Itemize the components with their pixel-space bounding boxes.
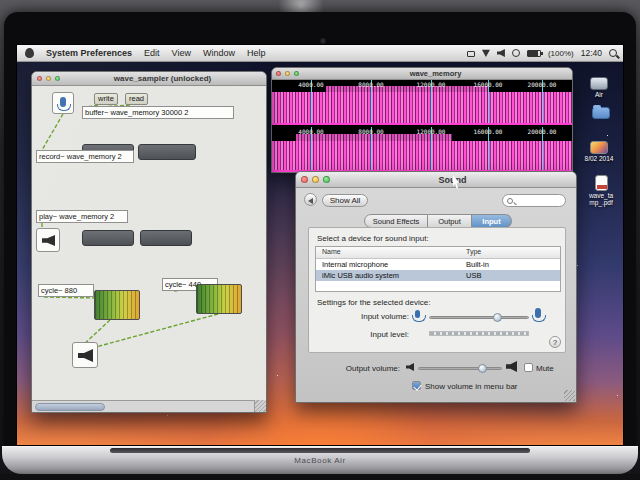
device-type: Built-in [466,260,489,269]
minimize-button[interactable] [46,76,51,81]
macbook-air-label: MacBook Air [0,456,640,465]
volume-menu-icon[interactable] [497,49,505,57]
table-header[interactable]: Name Type [316,247,560,259]
menu-edit[interactable]: Edit [144,48,160,58]
hard-disk-icon [590,77,608,90]
photo-background: System Preferences Edit View Window Help… [0,0,640,480]
menu-clock[interactable]: 12:40 [581,48,602,58]
battery-percent[interactable]: (100%) [548,49,574,58]
waveform-display[interactable]: 4000.00 8000.00 12000.00 16000.00 20000.… [272,80,572,172]
input-level-meter [429,331,529,336]
menu-view[interactable]: View [172,48,191,58]
airport-menu-icon[interactable] [482,49,490,57]
pdf-file-icon [595,175,608,191]
spotlight-icon[interactable] [609,49,617,57]
adc-mic-object[interactable] [52,92,74,114]
desktop-icon-stack[interactable]: 8/02 2014 [577,141,621,162]
time-tick: 20000.00 [528,81,557,88]
wave-memory-titlebar[interactable]: wave_memory [272,68,572,80]
time-tick: 8000.00 [358,128,383,135]
speaker-icon [42,235,55,246]
menu-bar: System Preferences Edit View Window Help… [17,45,624,62]
minimize-button[interactable] [312,176,319,183]
gain-slider-left[interactable] [94,290,140,320]
write-message[interactable]: write [94,93,118,105]
image-stack-icon [590,141,608,154]
device-row-imic-usb[interactable]: iMic USB audio system USB [316,270,560,281]
mute-checkbox[interactable] [524,363,533,372]
minimize-button[interactable] [285,71,290,76]
waveform [326,86,488,123]
waveform-channel-right: 4000.00 8000.00 12000.00 16000.00 20000.… [272,127,572,172]
show-volume-checkbox[interactable] [412,381,421,390]
window-title: Sound [334,175,571,185]
app-menu[interactable]: System Preferences [46,48,132,58]
gain-slider-right[interactable] [196,284,242,314]
microphone-icon [60,97,66,107]
device-type: USB [466,271,481,280]
desktop-icon-disk[interactable]: Air [577,77,621,98]
sound-preferences-window: Sound Show All Sound Effects Output Inpu… [295,171,577,403]
desktop-icon-pdf[interactable]: wave_ta mp_.pdf [579,175,623,206]
tab-input[interactable]: Input [472,214,512,228]
dark-box[interactable] [140,230,192,246]
record-object[interactable]: record~ wave_memory 2 [36,150,134,163]
zoom-button[interactable] [323,176,330,183]
time-tick: 12000.00 [417,81,446,88]
output-volume-slider[interactable] [418,367,502,370]
column-name[interactable]: Name [322,248,341,255]
input-panel: Select a device for sound input: Name Ty… [308,227,566,353]
close-button[interactable] [301,176,308,183]
device-table: Name Type Internal microphone Built-in i… [315,246,561,292]
tab-output[interactable]: Output [428,214,472,228]
sound-titlebar[interactable]: Sound [296,172,576,188]
speaker-quiet-icon [406,363,414,371]
back-button[interactable] [304,193,317,206]
mute-label: Mute [536,364,554,373]
horizontal-scrollbar[interactable] [32,400,266,412]
show-all-button[interactable]: Show All [322,194,368,207]
sync-menu-icon[interactable] [512,49,520,57]
zoom-button[interactable] [294,71,299,76]
close-button[interactable] [37,76,42,81]
dark-box[interactable] [138,144,196,160]
resize-grip[interactable] [254,400,266,412]
apple-menu-icon[interactable] [25,48,34,58]
patcher-titlebar[interactable]: wave_sampler (unlocked) [32,72,266,86]
input-volume-label: Input volume: [309,312,409,321]
menu-window[interactable]: Window [203,48,235,58]
output-volume-thumb[interactable] [478,364,487,373]
scrollbar-thumb[interactable] [35,403,105,411]
battery-menu-icon[interactable] [527,50,541,57]
table-surface [0,474,640,480]
time-tick: 4000.00 [298,81,323,88]
column-type[interactable]: Type [466,248,481,255]
search-field[interactable] [502,194,566,207]
time-tick: 4000.00 [298,128,323,135]
help-button[interactable]: ? [549,336,561,348]
dac-object[interactable] [36,228,60,252]
cycle-880-object[interactable]: cycle~ 880 [38,284,94,297]
time-tick: 12000.00 [417,128,446,135]
read-message[interactable]: read [125,93,148,105]
device-row-internal-mic[interactable]: Internal microphone Built-in [316,259,560,270]
select-device-label: Select a device for sound input: [317,234,429,243]
play-object[interactable]: play~ wave_memory 2 [36,210,128,223]
screen: System Preferences Edit View Window Help… [16,44,624,446]
tab-sound-effects[interactable]: Sound Effects [364,214,428,228]
resize-grip[interactable] [564,390,575,401]
input-volume-thumb[interactable] [493,313,502,322]
zoom-button[interactable] [55,76,60,81]
speaker-toggle-object[interactable] [72,342,98,368]
time-tick: 20000.00 [528,128,557,135]
menu-help[interactable]: Help [247,48,266,58]
desktop-icon-label: 8/02 2014 [577,155,621,162]
close-button[interactable] [276,71,281,76]
patcher-canvas[interactable]: write read buffer~ wave_memory 30000 2 r… [32,86,266,402]
wave-memory-window: wave_memory 4000.00 8000.00 12000.00 160… [271,67,573,173]
buffer-object[interactable]: buffer~ wave_memory 30000 2 [82,106,234,119]
display-menu-icon[interactable] [467,51,475,57]
input-volume-slider[interactable] [429,316,529,319]
dark-box[interactable] [82,230,134,246]
desktop-icon-folder[interactable] [579,107,623,120]
